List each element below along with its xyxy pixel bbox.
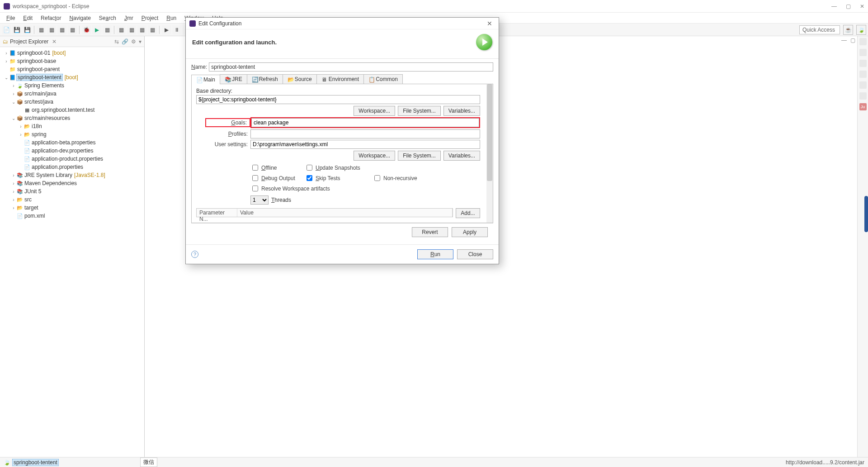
tree-row[interactable]: 📄application.properties xyxy=(0,163,144,171)
servers-icon[interactable] xyxy=(859,92,867,100)
filesystem-button-2[interactable]: File System... xyxy=(398,151,441,161)
tb-icon[interactable]: ▦ xyxy=(137,25,146,34)
dialog-close-icon[interactable]: ✕ xyxy=(484,20,495,27)
workspace-button-2[interactable]: Workspace... xyxy=(354,151,395,161)
goals-input[interactable] xyxy=(251,118,479,127)
tree-row[interactable]: ›📘springboot-01[boot] xyxy=(0,49,144,57)
tb-icon[interactable]: ▦ xyxy=(117,25,126,34)
close-button[interactable]: Close xyxy=(457,249,493,259)
menu-search[interactable]: Search xyxy=(95,14,120,22)
menu-file[interactable]: File xyxy=(3,14,19,22)
view-menu-icon[interactable]: ▾ xyxy=(139,38,142,45)
menu-refactor[interactable]: Refactor xyxy=(37,14,65,22)
update-snapshots-checkbox[interactable]: Update Snapshots xyxy=(305,163,373,172)
tab-main[interactable]: 📄Main xyxy=(191,75,220,84)
tree-row[interactable]: ›📚Maven Dependencies xyxy=(0,179,144,187)
tree-row[interactable]: ›📂i18n xyxy=(0,122,144,130)
tree-twisty-icon[interactable]: › xyxy=(4,51,9,56)
base-directory-input[interactable] xyxy=(196,95,480,104)
tree-twisty-icon[interactable]: › xyxy=(11,181,16,186)
maximize-view-icon[interactable]: ▢ xyxy=(850,37,855,43)
tb-icon[interactable]: ▶ xyxy=(162,25,171,34)
properties-icon[interactable] xyxy=(859,81,867,89)
tb-icon[interactable]: ▦ xyxy=(127,25,136,34)
variables-button[interactable]: Variables... xyxy=(443,106,480,116)
offline-checkbox[interactable]: Offline xyxy=(250,163,305,172)
perspective-java-icon[interactable]: ☕ xyxy=(843,25,853,35)
minimize-view-icon[interactable]: — xyxy=(841,37,847,43)
link-editor-icon[interactable]: 🔗 xyxy=(122,38,128,45)
menu-jmr[interactable]: Jmr xyxy=(121,14,137,22)
task-list-icon[interactable] xyxy=(859,49,867,56)
tree-twisty-icon[interactable]: ⌄ xyxy=(4,75,9,80)
minimize-button[interactable]: — xyxy=(831,3,837,10)
tree-twisty-icon[interactable]: › xyxy=(4,59,9,64)
view-close-icon[interactable]: ✕ xyxy=(52,38,57,45)
close-window-button[interactable]: ✕ xyxy=(860,3,864,10)
tb-icon[interactable]: ⏸ xyxy=(172,25,181,34)
tree-row[interactable]: ›🍃Spring Elements xyxy=(0,81,144,90)
tree-row[interactable]: 📄application-beta.properties xyxy=(0,138,144,147)
menu-run[interactable]: Run xyxy=(163,14,180,22)
outline-view-icon[interactable] xyxy=(859,38,867,45)
tree-row[interactable]: ›📂target xyxy=(0,204,144,212)
status-ime-indicator[interactable]: 微信 xyxy=(140,457,157,467)
tree-row[interactable]: 📁springboot-parent xyxy=(0,65,144,73)
tree-row[interactable]: ⌄📘springboot-tentent[boot] xyxy=(0,73,144,81)
tree-row[interactable]: ›📚JRE System Library[JavaSE-1.8] xyxy=(0,171,144,179)
tree-twisty-icon[interactable]: › xyxy=(11,205,16,210)
tab-jre[interactable]: 📚JRE xyxy=(220,74,247,84)
perspective-spring-icon[interactable]: 🍃 xyxy=(856,25,866,35)
apply-button[interactable]: Apply xyxy=(452,227,488,237)
tree-row[interactable]: ›📂spring xyxy=(0,130,144,138)
tree-twisty-icon[interactable]: › xyxy=(18,124,24,129)
tree-twisty-icon[interactable]: › xyxy=(11,91,16,96)
tab-source[interactable]: 📂Source xyxy=(283,74,317,84)
junit-icon[interactable]: Ju xyxy=(859,103,867,110)
collapse-all-icon[interactable]: ⇆ xyxy=(114,38,119,45)
tree-twisty-icon[interactable]: ⌄ xyxy=(11,116,16,121)
user-settings-input[interactable] xyxy=(250,140,480,149)
tree-row[interactable]: ⌄📦src/test/java xyxy=(0,98,144,106)
tb-icon[interactable]: ▦ xyxy=(148,25,157,34)
menu-edit[interactable]: Edit xyxy=(19,14,36,22)
tb-icon[interactable]: ▦ xyxy=(37,25,46,34)
boot-dash-icon[interactable] xyxy=(859,60,867,67)
tree-row[interactable]: 📄application-dev.properties xyxy=(0,147,144,155)
tree-row[interactable]: ▦org.springboot.tentent.test xyxy=(0,106,144,114)
dialog-titlebar[interactable]: Edit Configuration ✕ xyxy=(186,18,499,29)
save-all-icon[interactable]: 💾 xyxy=(23,25,32,34)
variables-button-2[interactable]: Variables... xyxy=(443,151,480,161)
tree-twisty-icon[interactable]: › xyxy=(11,189,16,194)
help-icon[interactable]: ? xyxy=(191,251,198,258)
tree-twisty-icon[interactable]: › xyxy=(18,132,24,137)
tree-row[interactable]: ›📚JUnit 5 xyxy=(0,187,144,195)
tree-row[interactable]: 📄pom.xml xyxy=(0,212,144,220)
workspace-button[interactable]: Workspace... xyxy=(354,106,395,116)
tb-icon[interactable]: ▦ xyxy=(68,25,77,34)
add-parameter-button[interactable]: Add... xyxy=(456,208,480,218)
resolve-workspace-checkbox[interactable]: Resolve Workspace artifacts xyxy=(250,184,427,193)
skip-tests-checkbox[interactable]: Skip Tests xyxy=(305,174,373,182)
name-input[interactable] xyxy=(209,62,493,71)
run-button[interactable]: Run xyxy=(417,249,453,259)
revert-button[interactable]: Revert xyxy=(412,227,448,237)
tree-twisty-icon[interactable]: › xyxy=(11,173,16,178)
panel-scrollbar[interactable] xyxy=(486,84,493,223)
tree-row[interactable]: ›📂src xyxy=(0,195,144,204)
quick-access-input[interactable]: Quick Access xyxy=(799,25,840,34)
debug-output-checkbox[interactable]: Debug Output xyxy=(250,174,305,182)
focus-icon[interactable]: ⚙ xyxy=(131,38,136,45)
project-tree[interactable]: ›📘springboot-01[boot]›📁springboot-base📁s… xyxy=(0,47,144,457)
debug-icon[interactable]: 🐞 xyxy=(82,25,91,34)
tb-icon[interactable]: ▦ xyxy=(57,25,66,34)
filesystem-button[interactable]: File System... xyxy=(398,106,441,116)
menu-navigate[interactable]: Navigate xyxy=(66,14,94,22)
tab-refresh[interactable]: 🔄Refresh xyxy=(247,74,283,84)
save-button-icon[interactable]: 💾 xyxy=(12,25,21,34)
profiles-input[interactable] xyxy=(250,129,480,138)
right-scroll-handle[interactable] xyxy=(864,196,868,232)
markers-icon[interactable] xyxy=(859,71,867,78)
menu-project[interactable]: Project xyxy=(138,14,162,22)
tb-icon[interactable]: ▦ xyxy=(47,25,56,34)
